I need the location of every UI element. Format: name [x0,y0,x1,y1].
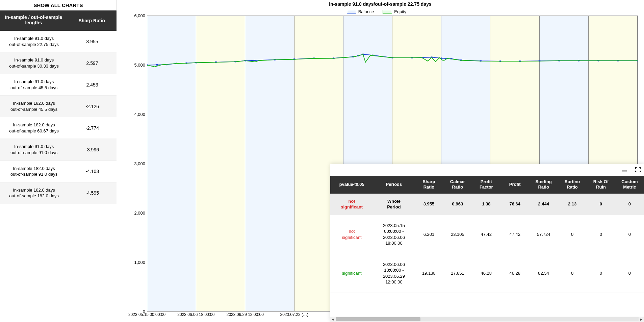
metrics-header-cell: Periods [373,176,414,194]
sidebar-row-sharp: -4.103 [68,169,117,174]
sidebar-row-label: In-sample 91.0 daysout-of-sample 91.0 da… [0,144,68,155]
metrics-value: 3.955 [414,194,443,215]
sidebar-row-label: In-sample 182.0 daysout-of-sample 60.67 … [0,122,68,134]
metrics-value: 2.13 [558,194,587,215]
sidebar-row-sharp: -4.595 [68,190,117,196]
metrics-header-cell: Profit [500,176,529,194]
metrics-header-cell: pvalue<0.05 [330,176,373,194]
sidebar-row-label: In-sample 91.0 daysout-of-sample 30.33 d… [0,57,68,69]
panel-controls [621,166,641,173]
metrics-period: WholePeriod [373,194,414,215]
sidebar-row-label: In-sample 91.0 daysout-of-sample 22.75 d… [0,35,68,47]
metrics-value: 47.42 [472,215,500,254]
sidebar-row[interactable]: In-sample 91.0 daysout-of-sample 22.75 d… [0,31,117,52]
metrics-header-cell: Profit Factor [472,176,500,194]
metrics-panel: pvalue<0.05PeriodsSharp RatioCalmar Rati… [330,164,644,322]
metrics-value: 57.724 [529,215,558,254]
y-axis-labels: 6,0005,0004,0003,0002,0001,0000 [128,16,145,312]
metrics-value: 0 [615,254,644,293]
metrics-value: 2.444 [529,194,558,215]
scroll-thumb[interactable] [336,317,420,321]
sidebar-header-sharp: Sharp Ratio [67,10,117,31]
legend-swatch-equity [383,10,392,14]
metrics-row[interactable]: notsignificant2023.05.15 00:00:00 -2023.… [330,215,644,254]
sidebar-row[interactable]: In-sample 91.0 daysout-of-sample 91.0 da… [0,139,117,160]
series-equity [147,54,638,67]
metrics-header-row: pvalue<0.05PeriodsSharp RatioCalmar Rati… [330,176,644,194]
scroll-left-icon[interactable]: ◄ [330,317,336,322]
show-all-charts-button[interactable]: SHOW ALL CHARTS [0,0,117,10]
metrics-value: 0.963 [443,194,472,215]
sidebar-row-sharp: -2.126 [68,104,117,109]
balance-point [156,64,158,66]
metrics-pvalue: notsignificant [330,194,373,215]
scroll-track[interactable] [336,317,639,321]
metrics-value: 0 [587,254,615,293]
metrics-value: 0 [615,215,644,254]
metrics-row[interactable]: significant2023.06.06 18:00:00 -2023.06.… [330,254,644,293]
sidebar-row-sharp: -2.774 [68,125,117,131]
metrics-value: 0 [615,194,644,215]
metrics-value: 0 [558,215,587,254]
metrics-header-cell: Risk Of Ruin [587,176,615,194]
metrics-value: 46.28 [500,254,529,293]
metrics-value: 0 [587,194,615,215]
metrics-value: 19.138 [414,254,443,293]
sidebar-row[interactable]: In-sample 91.0 daysout-of-sample 30.33 d… [0,52,117,74]
metrics-header-cell: Custom Metric [615,176,644,194]
chart-legend: Balance Equity [117,7,644,16]
metrics-value: 47.42 [500,215,529,254]
y-tick-label: 4,000 [134,112,145,117]
sidebar-row-sharp: 2.597 [68,60,117,66]
metrics-value: 1.38 [472,194,500,215]
x-tick-label: 2023.07.22 (…) [280,312,308,317]
metrics-header-cell: Calmar Ratio [443,176,472,194]
sidebar-row[interactable]: In-sample 182.0 daysout-of-sample 60.67 … [0,117,117,139]
legend-label-balance: Balance [358,9,374,14]
sidebar-row-label: In-sample 182.0 daysout-of-sample 182.0 … [0,187,68,199]
balance-point [254,60,256,61]
metrics-value: 23.105 [443,215,472,254]
minimize-icon[interactable] [621,166,628,173]
sidebar-rows: In-sample 91.0 daysout-of-sample 22.75 d… [0,31,117,204]
metrics-value: 0 [587,215,615,254]
metrics-header-cell: Sortino Ratio [558,176,587,194]
sidebar: SHOW ALL CHARTS In-sample / out-of-sampl… [0,0,117,204]
metrics-body: notsignificantWholePeriod3.9550.9631.387… [330,194,644,293]
sidebar-row-sharp: 3.955 [68,39,117,44]
metrics-value: 46.28 [472,254,500,293]
metrics-value: 76.64 [500,194,529,215]
metrics-header-cell: Sharp Ratio [414,176,443,194]
series-balance [147,54,638,65]
metrics-row[interactable]: notsignificantWholePeriod3.9550.9631.387… [330,194,644,215]
chart-title: In-sample 91.0 days/out-of-sample 22.75 … [117,0,644,7]
sidebar-row[interactable]: In-sample 182.0 daysout-of-sample 91.0 d… [0,161,117,182]
sidebar-row-sharp: -3.996 [68,147,117,152]
metrics-period: 2023.05.15 00:00:00 -2023.06.06 18:00:00 [373,215,414,254]
y-tick-label: 3,000 [134,161,145,166]
y-tick-label: 6,000 [134,13,145,18]
y-tick-label: 2,000 [134,210,145,216]
metrics-value: 6.201 [414,215,443,254]
x-tick-label: 2023.06.29 12:00:00 [227,312,264,317]
sidebar-row[interactable]: In-sample 182.0 daysout-of-sample 182.0 … [0,182,117,204]
sidebar-row-label: In-sample 182.0 daysout-of-sample 45.5 d… [0,100,68,112]
panel-h-scrollbar[interactable]: ◄ ► [330,317,644,322]
metrics-pvalue: significant [330,254,373,293]
metrics-header-cell: Sterling Ratio [529,176,558,194]
legend-swatch-balance [347,10,356,14]
sidebar-row-label: In-sample 182.0 daysout-of-sample 91.0 d… [0,166,68,177]
y-tick-label: 1,000 [134,260,145,265]
scroll-right-icon[interactable]: ► [639,317,644,322]
sidebar-row[interactable]: In-sample 182.0 daysout-of-sample 45.5 d… [0,96,117,117]
sidebar-row-label: In-sample 91.0 daysout-of-sample 45.5 da… [0,79,68,91]
metrics-value: 0 [558,254,587,293]
metrics-value: 82.54 [529,254,558,293]
metrics-period: 2023.06.06 18:00:00 -2023.06.29 12:00:00 [373,254,414,293]
x-tick-label: 2023.06.06 18:00:00 [177,312,214,317]
x-tick-label: 2023.05.15 00:00:00 [128,312,165,317]
expand-icon[interactable] [635,166,641,173]
metrics-pvalue: notsignificant [330,215,373,254]
y-tick-label: 5,000 [134,63,145,68]
sidebar-row[interactable]: In-sample 91.0 daysout-of-sample 45.5 da… [0,74,117,96]
